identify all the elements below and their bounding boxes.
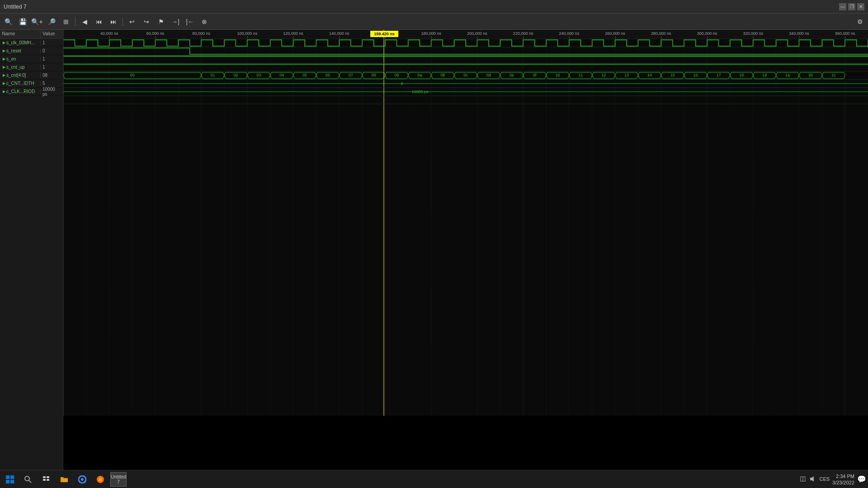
tray-time: 2:34 PM (832, 473, 854, 479)
search-taskbar-button[interactable] (20, 471, 36, 488)
signal-row[interactable]: ▶ s_reset 0 (0, 47, 63, 55)
signal-row[interactable]: ▶ c_CLK...RIOD 10000 ps (0, 88, 63, 96)
marker-next-button[interactable]: →| (169, 15, 182, 28)
start-button[interactable] (2, 471, 18, 488)
tray-clock: 2:34 PM 3/23/2022 (832, 473, 854, 485)
signal-icon-1: ▶ (3, 49, 5, 53)
signal-rows: ▶ s_clk_00MH... 1 ▶ s_reset 0 ▶ s_en 1 ▶… (0, 39, 63, 96)
signal-row[interactable]: ▶ s_clk_00MH... 1 (0, 39, 63, 47)
marker-prev-button[interactable]: |← (184, 15, 196, 28)
marker-clear-button[interactable]: ⊗ (198, 15, 211, 28)
tray-label-ces: CES (819, 476, 830, 482)
signal-value-4: 08 (41, 73, 63, 78)
svg-rect-6 (43, 476, 46, 478)
save-button[interactable]: 💾 (16, 15, 29, 28)
signal-value-5: 5 (41, 81, 63, 86)
svg-rect-3 (10, 480, 14, 483)
signal-icon-5: ▶ (3, 81, 5, 85)
signal-icon-0: ▶ (3, 41, 5, 45)
active-app-label: Untitled 7 (111, 474, 126, 484)
signal-row[interactable]: ▶ s_cnt[4:0] 08 (0, 71, 63, 80)
minimize-button[interactable]: — (839, 3, 846, 10)
signal-name-6: ▶ c_CLK...RIOD (0, 89, 41, 94)
toolbar-separator-2 (123, 17, 123, 26)
main-area: Name Value ▶ s_clk_00MH... 1 ▶ s_reset 0… (0, 30, 868, 470)
titlebar: Untitled 7 — ❐ ✕ (0, 0, 868, 14)
go-back-button[interactable]: ◀ (78, 15, 91, 28)
go-start-button[interactable]: ⏮ (93, 15, 105, 28)
signal-value-1: 0 (41, 48, 63, 53)
header-value: Value (41, 30, 63, 38)
zoom-in-button[interactable]: 🔍+ (31, 15, 43, 28)
active-app-button[interactable]: Untitled 7 (110, 472, 127, 487)
signal-icon-2: ▶ (3, 57, 5, 61)
signal-name-4: ▶ s_cnt[4:0] (0, 73, 41, 78)
signal-value-2: 1 (41, 56, 63, 61)
svg-marker-16 (810, 476, 814, 482)
search-button[interactable]: 🔍 (2, 15, 14, 28)
file-explorer-button[interactable] (56, 471, 72, 488)
system-tray: CES 2:34 PM 3/23/2022 💬 (799, 473, 866, 485)
firefox-button[interactable] (92, 471, 108, 488)
zoom-out-button[interactable]: 🔎 (45, 15, 58, 28)
signal-row[interactable]: ▶ s_en 1 (0, 55, 63, 63)
toolbar: 🔍 💾 🔍+ 🔎 ⊞ ◀ ⏮ ⏭ ↩ ↪ ⚑ →| |← ⊗ ⚙ (0, 14, 868, 30)
signal-name-1: ▶ s_reset (0, 48, 41, 53)
waveform-panel[interactable] (63, 30, 868, 470)
window-controls: — ❐ ✕ (839, 3, 864, 10)
task-view-button[interactable] (38, 471, 54, 488)
tray-icon-network (799, 475, 807, 483)
signal-value-3: 1 (41, 65, 63, 70)
window-title: Untitled 7 (4, 4, 27, 10)
svg-rect-9 (47, 479, 49, 481)
svg-rect-8 (43, 479, 46, 481)
svg-line-5 (29, 480, 31, 483)
tray-icon-volume (809, 475, 816, 483)
svg-rect-7 (47, 476, 49, 478)
svg-point-11 (81, 478, 84, 481)
settings-button[interactable]: ⚙ (854, 15, 866, 28)
signal-value-6: 10000 ps (41, 87, 63, 97)
zoom-fit-button[interactable]: ⊞ (60, 15, 72, 28)
signal-icon-4: ▶ (3, 73, 5, 77)
signal-panel: Name Value ▶ s_clk_00MH... 1 ▶ s_reset 0… (0, 30, 63, 470)
signal-name-3: ▶ s_cnt_up (0, 65, 41, 70)
signal-icon-3: ▶ (3, 65, 5, 69)
svg-rect-1 (10, 475, 14, 479)
taskbar: Untitled 7 CES 2:34 PM 3/23/2022 💬 (0, 470, 868, 488)
signal-value-0: 1 (41, 40, 63, 45)
svg-point-13 (99, 478, 102, 481)
waveform-canvas[interactable] (63, 30, 868, 416)
svg-rect-0 (6, 475, 9, 479)
restore-button[interactable]: ❐ (848, 3, 855, 10)
step-back-button[interactable]: ↩ (126, 15, 138, 28)
chrome-button[interactable] (74, 471, 90, 488)
go-end-button[interactable]: ⏭ (107, 15, 120, 28)
signal-name-0: ▶ s_clk_00MH... (0, 40, 41, 45)
step-fwd-button[interactable]: ↪ (140, 15, 153, 28)
signal-name-2: ▶ s_en (0, 56, 41, 61)
svg-point-4 (25, 476, 29, 481)
header-name: Name (0, 30, 41, 38)
svg-rect-2 (6, 480, 9, 483)
close-button[interactable]: ✕ (857, 3, 864, 10)
signal-name-5: ▶ c_CNT...IDTH (0, 81, 41, 86)
signal-row[interactable]: ▶ s_cnt_up 1 (0, 63, 63, 71)
marker-set-button[interactable]: ⚑ (155, 15, 167, 28)
notification-button[interactable]: 💬 (857, 475, 866, 483)
toolbar-separator-1 (75, 17, 75, 26)
tray-date: 3/23/2022 (832, 480, 854, 485)
signal-header: Name Value (0, 30, 63, 39)
signal-icon-6: ▶ (3, 89, 5, 94)
